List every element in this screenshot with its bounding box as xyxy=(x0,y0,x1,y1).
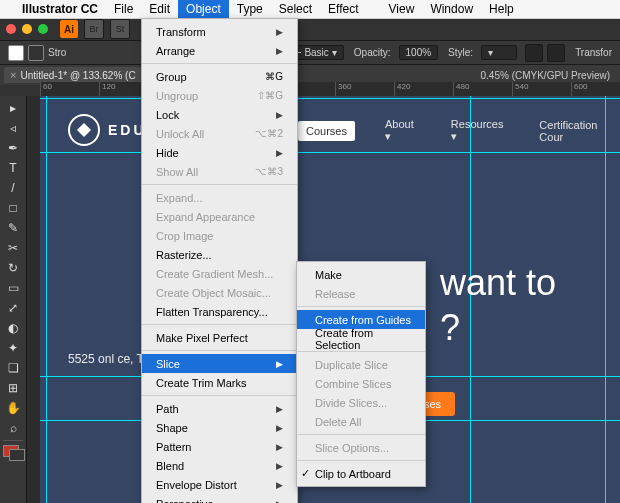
submenu-item: Divide Slices... xyxy=(297,393,425,412)
tool-button[interactable]: ⤢ xyxy=(1,298,25,318)
menu-item[interactable]: Group⌘G xyxy=(142,67,297,86)
ruler-tick: 420 xyxy=(394,82,453,96)
menu-item[interactable]: Create Trim Marks xyxy=(142,373,297,392)
menu-item[interactable]: Shape▶ xyxy=(142,418,297,437)
mac-menubar: Illustrator CC File Edit Object Type Sel… xyxy=(0,0,620,19)
nav-resources[interactable]: Resources ▾ xyxy=(451,118,510,143)
control-bar: Stro Basic▾ Opacity: 100% Style: ▾ Trans… xyxy=(0,40,620,65)
ruler-tick: 480 xyxy=(453,82,512,96)
panel-toggle-2[interactable]: St xyxy=(110,19,130,39)
align-icon-2[interactable] xyxy=(547,44,565,62)
fill-swatch[interactable] xyxy=(8,45,24,61)
menu-item[interactable]: Hide▶ xyxy=(142,143,297,162)
nav-about[interactable]: About ▾ xyxy=(385,118,421,143)
tool-button[interactable]: / xyxy=(1,178,25,198)
ruler-tick: 600 xyxy=(571,82,620,96)
menubar-type[interactable]: Type xyxy=(229,0,271,18)
minimize-icon[interactable] xyxy=(22,24,32,34)
site-nav: Courses About ▾ Resources ▾ Certificatio… xyxy=(298,118,620,143)
object-menu-dropdown: Transform▶Arrange▶Group⌘GUngroup⇧⌘GLock▶… xyxy=(141,18,298,503)
menu-item[interactable]: Perspective▶ xyxy=(142,494,297,503)
menubar-app-name[interactable]: Illustrator CC xyxy=(14,0,106,18)
menu-item: Expand... xyxy=(142,188,297,207)
tool-button[interactable]: ✎ xyxy=(1,218,25,238)
tool-button[interactable]: ▸ xyxy=(1,98,25,118)
guide-vertical[interactable] xyxy=(46,96,47,503)
menu-item[interactable]: Flatten Transparency... xyxy=(142,302,297,321)
menu-item[interactable]: Path▶ xyxy=(142,399,297,418)
submenu-item: Release xyxy=(297,284,425,303)
menu-item[interactable]: Arrange▶ xyxy=(142,41,297,60)
logo-icon xyxy=(68,114,100,146)
ruler-tick: 60 xyxy=(40,82,99,96)
menubar-view[interactable]: View xyxy=(381,0,423,18)
submenu-item[interactable]: Make xyxy=(297,265,425,284)
menu-item[interactable]: Rasterize... xyxy=(142,245,297,264)
menu-item[interactable]: Slice▶ xyxy=(142,354,297,373)
zoom-icon[interactable] xyxy=(38,24,48,34)
guide-horizontal[interactable] xyxy=(40,152,620,153)
tool-button[interactable]: ↻ xyxy=(1,258,25,278)
menu-item[interactable]: Pattern▶ xyxy=(142,437,297,456)
panel-toggle-1[interactable]: Br xyxy=(84,19,104,39)
menu-item[interactable]: Lock▶ xyxy=(142,105,297,124)
tool-button[interactable]: ◃ xyxy=(1,118,25,138)
tool-button[interactable]: ▭ xyxy=(1,278,25,298)
guide-vertical[interactable] xyxy=(605,96,606,503)
menubar-file[interactable]: File xyxy=(106,0,141,18)
menu-item: Show All⌥⌘3 xyxy=(142,162,297,181)
tool-button[interactable]: ✒ xyxy=(1,138,25,158)
ruler-tick: 540 xyxy=(512,82,571,96)
doc-info: 0.45% (CMYK/GPU Preview) xyxy=(481,70,616,81)
menu-item[interactable]: Blend▶ xyxy=(142,456,297,475)
tool-button[interactable]: ❏ xyxy=(1,358,25,378)
tool-button[interactable]: ✦ xyxy=(1,338,25,358)
stroke-swatch[interactable] xyxy=(28,45,44,61)
submenu-item: Delete All xyxy=(297,412,425,431)
menubar-object[interactable]: Object xyxy=(178,0,229,18)
document-tab[interactable]: × Untitled-1* @ 133.62% (C xyxy=(4,67,146,83)
ruler-tick: 360 xyxy=(335,82,394,96)
tool-button[interactable]: T xyxy=(1,158,25,178)
menu-item: Create Gradient Mesh... xyxy=(142,264,297,283)
menu-item: Ungroup⇧⌘G xyxy=(142,86,297,105)
menu-item[interactable]: Envelope Distort▶ xyxy=(142,475,297,494)
menubar-help[interactable]: Help xyxy=(481,0,522,18)
menubar-edit[interactable]: Edit xyxy=(141,0,178,18)
align-icon[interactable] xyxy=(525,44,543,62)
ruler-horizontal[interactable]: 60120180240300360420480540600 xyxy=(40,82,620,97)
menu-item: Unlock All⌥⌘2 xyxy=(142,124,297,143)
submenu-item[interactable]: ✓Clip to Artboard xyxy=(297,464,425,483)
opacity-value[interactable]: 100% xyxy=(399,45,439,60)
menubar-effect[interactable]: Effect xyxy=(320,0,366,18)
ruler-vertical[interactable] xyxy=(26,96,41,503)
menu-item: Crop Image xyxy=(142,226,297,245)
window-controls xyxy=(6,24,48,34)
menubar-select[interactable]: Select xyxy=(271,0,320,18)
slice-submenu: MakeReleaseCreate from GuidesCreate from… xyxy=(296,261,426,487)
fill-stroke-swatch[interactable] xyxy=(3,445,23,459)
tool-button[interactable]: ⊞ xyxy=(1,378,25,398)
submenu-item: Duplicate Slice xyxy=(297,355,425,374)
transform-label[interactable]: Transfor xyxy=(575,47,612,58)
style-label: Style: xyxy=(448,47,473,58)
close-icon[interactable] xyxy=(6,24,16,34)
menu-item: Expand Appearance xyxy=(142,207,297,226)
tool-button[interactable]: □ xyxy=(1,198,25,218)
tab-close-icon[interactable]: × xyxy=(10,69,16,81)
guide-horizontal[interactable] xyxy=(40,98,620,99)
style-dropdown[interactable]: ▾ xyxy=(481,45,517,60)
nav-cert[interactable]: Certification Cour xyxy=(539,119,620,143)
tool-button[interactable]: ⌕ xyxy=(1,418,25,438)
menubar-window[interactable]: Window xyxy=(422,0,481,18)
tool-button[interactable]: ◐ xyxy=(1,318,25,338)
nav-courses[interactable]: Courses xyxy=(298,121,355,141)
tab-title: Untitled-1* @ 133.62% (C xyxy=(20,70,135,81)
tool-button[interactable]: ✂ xyxy=(1,238,25,258)
tool-button[interactable]: ✋ xyxy=(1,398,25,418)
menu-item[interactable]: Make Pixel Perfect xyxy=(142,328,297,347)
submenu-item: Slice Options... xyxy=(297,438,425,457)
submenu-item[interactable]: Create from Selection xyxy=(297,329,425,348)
menu-item[interactable]: Transform▶ xyxy=(142,22,297,41)
opacity-label: Opacity: xyxy=(354,47,391,58)
